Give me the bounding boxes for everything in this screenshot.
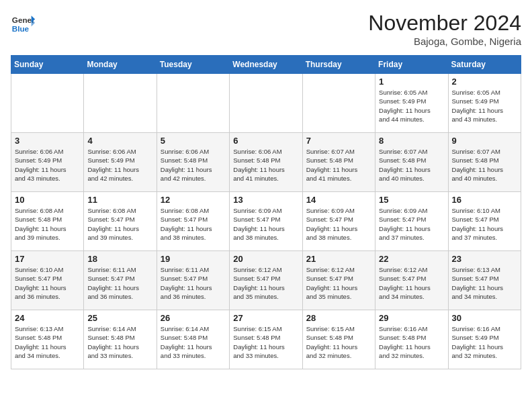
day-number: 18 (87, 254, 152, 264)
calendar-cell: 19Sunrise: 6:11 AM Sunset: 5:47 PM Dayli… (157, 251, 229, 310)
calendar-cell (157, 74, 229, 133)
calendar-cell: 17Sunrise: 6:10 AM Sunset: 5:47 PM Dayli… (11, 251, 84, 310)
day-number: 20 (233, 254, 298, 264)
day-info: Sunrise: 6:13 AM Sunset: 5:48 PM Dayligh… (15, 324, 80, 360)
day-info: Sunrise: 6:14 AM Sunset: 5:48 PM Dayligh… (161, 324, 226, 360)
day-info: Sunrise: 6:05 AM Sunset: 5:49 PM Dayligh… (452, 88, 517, 124)
calendar-cell: 12Sunrise: 6:08 AM Sunset: 5:47 PM Dayli… (157, 192, 229, 251)
weekday-header: Wednesday (230, 56, 302, 74)
day-number: 16 (452, 195, 517, 205)
day-number: 9 (452, 136, 517, 146)
day-info: Sunrise: 6:16 AM Sunset: 5:49 PM Dayligh… (452, 324, 517, 360)
calendar-cell: 11Sunrise: 6:08 AM Sunset: 5:47 PM Dayli… (84, 192, 157, 251)
calendar-cell: 13Sunrise: 6:09 AM Sunset: 5:47 PM Dayli… (230, 192, 302, 251)
calendar-table: SundayMondayTuesdayWednesdayThursdayFrid… (11, 55, 521, 369)
day-number: 13 (233, 195, 298, 205)
day-info: Sunrise: 6:12 AM Sunset: 5:47 PM Dayligh… (306, 265, 371, 301)
day-number: 27 (233, 313, 298, 323)
location: Bajoga, Gombe, Nigeria (368, 36, 521, 47)
day-number: 12 (161, 195, 226, 205)
day-number: 11 (87, 195, 152, 205)
day-number: 21 (306, 254, 371, 264)
day-number: 10 (15, 195, 80, 205)
day-info: Sunrise: 6:11 AM Sunset: 5:47 PM Dayligh… (87, 265, 152, 301)
day-info: Sunrise: 6:09 AM Sunset: 5:47 PM Dayligh… (233, 206, 298, 242)
calendar-cell: 9Sunrise: 6:07 AM Sunset: 5:48 PM Daylig… (448, 133, 521, 192)
calendar-cell: 2Sunrise: 6:05 AM Sunset: 5:49 PM Daylig… (448, 74, 521, 133)
day-info: Sunrise: 6:06 AM Sunset: 5:49 PM Dayligh… (15, 147, 80, 183)
day-number: 30 (452, 313, 517, 323)
calendar-cell: 16Sunrise: 6:10 AM Sunset: 5:47 PM Dayli… (448, 192, 521, 251)
calendar-week-row: 17Sunrise: 6:10 AM Sunset: 5:47 PM Dayli… (11, 251, 521, 310)
svg-text:Blue: Blue (12, 24, 30, 33)
day-info: Sunrise: 6:10 AM Sunset: 5:47 PM Dayligh… (452, 206, 517, 242)
day-number: 2 (452, 77, 517, 87)
calendar-cell (11, 74, 84, 133)
day-number: 6 (233, 136, 298, 146)
calendar-cell: 23Sunrise: 6:13 AM Sunset: 5:47 PM Dayli… (448, 251, 521, 310)
calendar-cell: 20Sunrise: 6:12 AM Sunset: 5:47 PM Dayli… (230, 251, 302, 310)
calendar-cell: 25Sunrise: 6:14 AM Sunset: 5:48 PM Dayli… (84, 310, 157, 369)
calendar-cell: 18Sunrise: 6:11 AM Sunset: 5:47 PM Dayli… (84, 251, 157, 310)
weekday-header-row: SundayMondayTuesdayWednesdayThursdayFrid… (11, 56, 521, 74)
calendar-cell: 1Sunrise: 6:05 AM Sunset: 5:49 PM Daylig… (375, 74, 448, 133)
page-header: General Blue November 2024 Bajoga, Gombe… (11, 11, 521, 47)
day-number: 15 (379, 195, 444, 205)
day-info: Sunrise: 6:13 AM Sunset: 5:47 PM Dayligh… (452, 265, 517, 301)
calendar-cell (84, 74, 157, 133)
calendar-cell: 4Sunrise: 6:06 AM Sunset: 5:49 PM Daylig… (84, 133, 157, 192)
day-info: Sunrise: 6:15 AM Sunset: 5:48 PM Dayligh… (306, 324, 371, 360)
day-number: 28 (306, 313, 371, 323)
day-number: 26 (161, 313, 226, 323)
day-number: 5 (161, 136, 226, 146)
calendar-cell: 10Sunrise: 6:08 AM Sunset: 5:48 PM Dayli… (11, 192, 84, 251)
day-info: Sunrise: 6:10 AM Sunset: 5:47 PM Dayligh… (15, 265, 80, 301)
day-number: 4 (87, 136, 152, 146)
day-info: Sunrise: 6:07 AM Sunset: 5:48 PM Dayligh… (306, 147, 371, 183)
day-number: 7 (306, 136, 371, 146)
calendar-cell: 24Sunrise: 6:13 AM Sunset: 5:48 PM Dayli… (11, 310, 84, 369)
day-info: Sunrise: 6:07 AM Sunset: 5:48 PM Dayligh… (452, 147, 517, 183)
weekday-header: Thursday (302, 56, 375, 74)
day-info: Sunrise: 6:05 AM Sunset: 5:49 PM Dayligh… (379, 88, 444, 124)
calendar-cell: 21Sunrise: 6:12 AM Sunset: 5:47 PM Dayli… (302, 251, 375, 310)
day-info: Sunrise: 6:09 AM Sunset: 5:47 PM Dayligh… (306, 206, 371, 242)
weekday-header: Sunday (11, 56, 84, 74)
calendar-cell: 27Sunrise: 6:15 AM Sunset: 5:48 PM Dayli… (230, 310, 302, 369)
calendar-week-row: 10Sunrise: 6:08 AM Sunset: 5:48 PM Dayli… (11, 192, 521, 251)
calendar-week-row: 3Sunrise: 6:06 AM Sunset: 5:49 PM Daylig… (11, 133, 521, 192)
calendar-cell: 29Sunrise: 6:16 AM Sunset: 5:48 PM Dayli… (375, 310, 448, 369)
day-number: 8 (379, 136, 444, 146)
calendar-cell: 8Sunrise: 6:07 AM Sunset: 5:48 PM Daylig… (375, 133, 448, 192)
title-block: November 2024 Bajoga, Gombe, Nigeria (368, 11, 521, 47)
day-info: Sunrise: 6:06 AM Sunset: 5:48 PM Dayligh… (233, 147, 298, 183)
logo: General Blue (11, 11, 35, 35)
day-info: Sunrise: 6:12 AM Sunset: 5:47 PM Dayligh… (233, 265, 298, 301)
day-info: Sunrise: 6:06 AM Sunset: 5:49 PM Dayligh… (87, 147, 152, 183)
calendar-cell: 30Sunrise: 6:16 AM Sunset: 5:49 PM Dayli… (448, 310, 521, 369)
day-info: Sunrise: 6:14 AM Sunset: 5:48 PM Dayligh… (87, 324, 152, 360)
calendar-cell: 7Sunrise: 6:07 AM Sunset: 5:48 PM Daylig… (302, 133, 375, 192)
calendar-cell (230, 74, 302, 133)
weekday-header: Friday (375, 56, 448, 74)
weekday-header: Saturday (448, 56, 521, 74)
day-info: Sunrise: 6:08 AM Sunset: 5:47 PM Dayligh… (87, 206, 152, 242)
calendar-cell: 28Sunrise: 6:15 AM Sunset: 5:48 PM Dayli… (302, 310, 375, 369)
day-number: 24 (15, 313, 80, 323)
day-info: Sunrise: 6:11 AM Sunset: 5:47 PM Dayligh… (161, 265, 226, 301)
day-number: 22 (379, 254, 444, 264)
day-number: 17 (15, 254, 80, 264)
weekday-header: Monday (84, 56, 157, 74)
day-info: Sunrise: 6:16 AM Sunset: 5:48 PM Dayligh… (379, 324, 444, 360)
day-info: Sunrise: 6:08 AM Sunset: 5:48 PM Dayligh… (15, 206, 80, 242)
calendar-cell: 14Sunrise: 6:09 AM Sunset: 5:47 PM Dayli… (302, 192, 375, 251)
day-number: 23 (452, 254, 517, 264)
calendar-cell (302, 74, 375, 133)
logo-icon: General Blue (11, 11, 35, 35)
calendar-cell: 15Sunrise: 6:09 AM Sunset: 5:47 PM Dayli… (375, 192, 448, 251)
day-info: Sunrise: 6:12 AM Sunset: 5:47 PM Dayligh… (379, 265, 444, 301)
calendar-cell: 6Sunrise: 6:06 AM Sunset: 5:48 PM Daylig… (230, 133, 302, 192)
calendar-cell: 26Sunrise: 6:14 AM Sunset: 5:48 PM Dayli… (157, 310, 229, 369)
calendar-cell: 5Sunrise: 6:06 AM Sunset: 5:48 PM Daylig… (157, 133, 229, 192)
day-number: 1 (379, 77, 444, 87)
